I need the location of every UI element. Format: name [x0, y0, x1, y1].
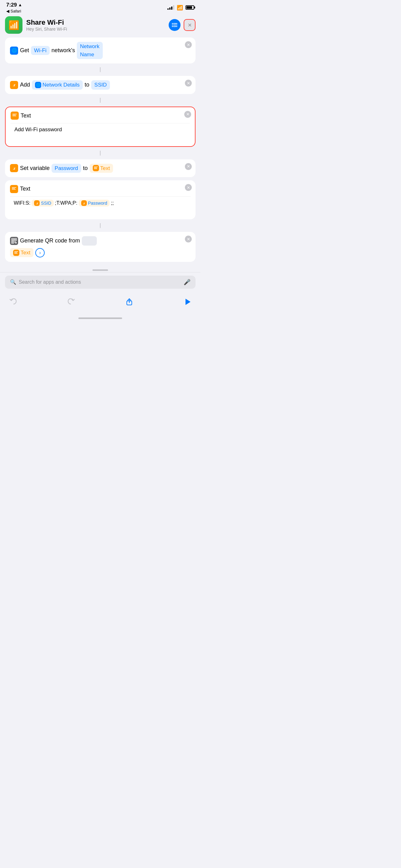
remove-card-6-button[interactable]: ✕: [185, 236, 192, 243]
connector-3: [5, 150, 196, 156]
header-buttons: ✕: [169, 19, 196, 31]
text-card-label: Text: [21, 112, 31, 120]
drag-handle-area: [0, 268, 201, 272]
card-add-ssid: 𝑥 Add 🌐 Network Details to SSID ✕: [5, 76, 196, 94]
remove-card-2-button[interactable]: ✕: [185, 80, 192, 87]
card-generate-qr-row: Generate QR code from: [10, 236, 191, 246]
search-bar[interactable]: 🔍 Search for apps and actions 🎤: [5, 276, 196, 289]
text-chip-qr[interactable]: Text: [10, 248, 33, 257]
drag-handle: [93, 269, 108, 271]
text-icon-qr: [13, 250, 20, 256]
app-subtitle: Hey Siri, Share Wi-Fi: [26, 27, 67, 32]
app-header-left: 📶 Share Wi-Fi Hey Siri, Share Wi-Fi: [5, 16, 67, 34]
card-set-variable-row: 𝑥 Set variable Password to Text: [10, 164, 191, 173]
status-left: 7:29 ▲ ◀ Safari: [6, 2, 22, 13]
play-button[interactable]: [180, 295, 194, 309]
app-title-area: Share Wi-Fi Hey Siri, Share Wi-Fi: [26, 19, 67, 32]
connector-4: [5, 222, 196, 229]
redo-button[interactable]: [64, 295, 78, 309]
app-header: 📶 Share Wi-Fi Hey Siri, Share Wi-Fi ✕: [0, 14, 201, 37]
app-icon: 📶: [5, 16, 23, 34]
status-bar: 7:29 ▲ ◀ Safari 📶: [0, 0, 201, 14]
svg-marker-34: [186, 299, 191, 305]
wifi-status-icon: 📶: [177, 5, 183, 11]
text-icon-2: [10, 185, 18, 193]
remove-card-3-button[interactable]: ✕: [184, 111, 191, 118]
share-button[interactable]: [123, 295, 136, 309]
globe-icon: 🌐: [10, 46, 18, 55]
text-card-2-label: Text: [20, 185, 30, 193]
wifi-string: WIFI:S: 𝑥 SSID ;T:WPA;P: 𝑥 Password ;;: [14, 200, 187, 207]
variable-icon-1: 𝑥: [10, 81, 18, 89]
close-icon: ✕: [188, 22, 192, 28]
variable-icon-ssid: 𝑥: [34, 200, 40, 206]
battery-icon: [186, 5, 194, 10]
svg-rect-22: [15, 239, 16, 240]
password-value-chip[interactable]: 𝑥 Password: [79, 200, 110, 207]
svg-rect-28: [15, 242, 16, 243]
card-set-variable: 𝑥 Set variable Password to Text ✕: [5, 159, 196, 178]
variable-icon-2: 𝑥: [10, 164, 18, 172]
home-indicator: [0, 315, 201, 321]
close-button[interactable]: ✕: [183, 19, 196, 31]
settings-button[interactable]: [169, 19, 180, 31]
signal-bars-icon: [167, 5, 174, 10]
globe-inline-icon: 🌐: [35, 82, 41, 88]
ssid-value-chip[interactable]: 𝑥 SSID: [32, 200, 54, 207]
card-text-wifi-body[interactable]: WIFI:S: 𝑥 SSID ;T:WPA;P: 𝑥 Password ;;: [10, 196, 191, 215]
microphone-icon[interactable]: 🎤: [183, 279, 191, 286]
card-generate-qr-second-row: Text ›: [10, 248, 191, 257]
connector-1: [5, 67, 196, 73]
content-area: 🌐 Get Wi-Fi network's NetworkName ✕ 𝑥 Ad…: [0, 37, 201, 262]
location-arrow-icon: ▲: [18, 2, 22, 7]
card-text-wifi: Text WIFI:S: 𝑥 SSID ;T:WPA;P: 𝑥 Password…: [5, 180, 196, 219]
card-text-wifi-title-row: Text: [10, 185, 191, 193]
connector-2: [5, 97, 196, 103]
time-display: 7:29: [6, 2, 17, 8]
wifi-app-icon: 📶: [8, 20, 20, 30]
svg-rect-24: [12, 242, 13, 243]
search-input[interactable]: Search for apps and actions: [19, 279, 181, 285]
qr-icon: [10, 237, 18, 245]
wifi-chip[interactable]: Wi-Fi: [31, 46, 49, 55]
bottom-toolbar: [0, 291, 201, 315]
ssid-chip[interactable]: SSID: [91, 80, 110, 90]
undo-button[interactable]: [6, 295, 20, 309]
app-title: Share Wi-Fi: [26, 19, 67, 27]
text-value-chip[interactable]: Text: [90, 164, 113, 173]
svg-rect-26: [15, 241, 16, 242]
remove-card-4-button[interactable]: ✕: [185, 163, 192, 170]
svg-rect-25: [14, 241, 15, 242]
from-placeholder-chip[interactable]: [82, 236, 97, 246]
search-icon: 🔍: [10, 279, 16, 285]
remove-card-5-button[interactable]: ✕: [185, 184, 192, 191]
network-details-chip[interactable]: 🌐 Network Details: [32, 80, 83, 90]
network-name-chip[interactable]: NetworkName: [77, 42, 102, 59]
card-generate-qr: Generate QR code from Text › ✕: [5, 232, 196, 262]
status-time: 7:29 ▲: [6, 2, 22, 8]
text-icon-inline: [93, 165, 99, 171]
status-right: 📶: [167, 5, 194, 11]
card-text-password-title-row: Text: [11, 112, 190, 120]
card-text-password-body[interactable]: Add Wi-Fi password: [11, 123, 190, 142]
remove-card-1-button[interactable]: ✕: [185, 41, 192, 48]
card-text-password: Text Add Wi-Fi password ✕: [5, 106, 196, 147]
text-icon-1: [11, 112, 19, 120]
password-variable-chip[interactable]: Password: [52, 164, 81, 173]
search-area: 🔍 Search for apps and actions 🎤: [0, 272, 201, 291]
card-get-wifi: 🌐 Get Wi-Fi network's NetworkName ✕: [5, 37, 196, 63]
card-add-ssid-row: 𝑥 Add 🌐 Network Details to SSID: [10, 80, 191, 90]
expand-button[interactable]: ›: [35, 248, 45, 257]
svg-rect-27: [14, 242, 15, 243]
card-get-wifi-row: 🌐 Get Wi-Fi network's NetworkName: [10, 42, 191, 59]
variable-icon-pass: 𝑥: [81, 200, 87, 206]
back-safari-label[interactable]: ◀ Safari: [6, 9, 22, 13]
svg-rect-20: [12, 239, 13, 240]
